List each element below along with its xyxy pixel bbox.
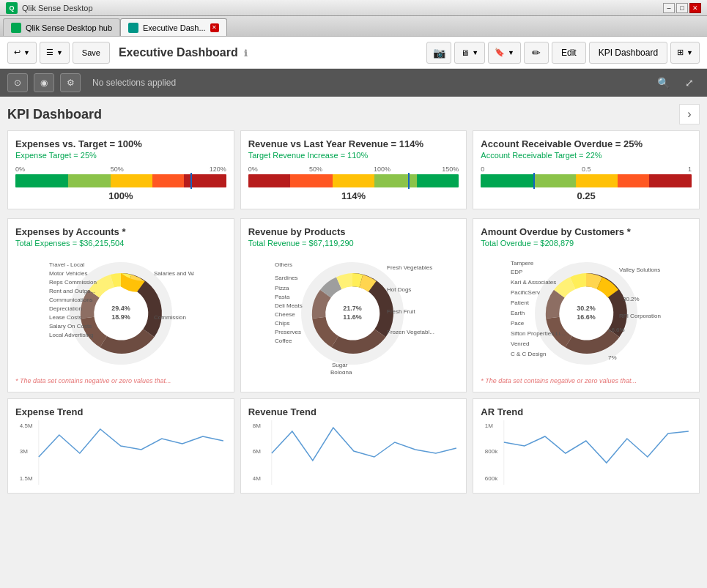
selection-text: No selections applied [86, 78, 647, 88]
kpi-revenue-subtitle: Target Revenue Increase = 110% [248, 151, 459, 160]
svg-text:Rent and Outgo...: Rent and Outgo... [49, 288, 95, 294]
svg-text:Pizza: Pizza [275, 285, 289, 291]
svg-text:Preserves: Preserves [275, 329, 301, 335]
kpi-label: KPI Dashboard [589, 42, 667, 64]
main-content: KPI Dashboard › Expenses vs. Target = 10… [0, 97, 707, 588]
bookmark-icon: 🔖 [495, 48, 505, 57]
svg-text:PacificServ: PacificServ [511, 289, 540, 296]
svg-text:Reps Commission: Reps Commission [49, 279, 97, 286]
list-icon: ☰ [46, 48, 53, 57]
monitor-button[interactable]: 🖥 ▼ [454, 42, 485, 64]
pen-button[interactable]: ✏ [524, 42, 549, 64]
tab-bar: Qlik Sense Desktop hub Executive Dash...… [0, 16, 707, 37]
sel-back-button[interactable]: ⊙ [7, 73, 28, 92]
search-button[interactable]: 🔍 [653, 73, 673, 92]
ar-trend-svg: 1M 800k 600k [481, 420, 692, 486]
svg-text:11.6%: 11.6% [343, 313, 362, 321]
maximize-button[interactable]: □ [676, 3, 688, 13]
back-icon: ↩ [14, 48, 21, 57]
svg-text:Sugar: Sugar [332, 362, 348, 368]
kpi-revenue-bar [248, 174, 459, 187]
chart-revenue-donut: 21.7% 11.6% Fresh Vegetables Hot Dogs Fr… [248, 253, 459, 374]
trend-revenue-title: Revenue Trend [248, 406, 459, 417]
svg-text:Commission: Commission [154, 314, 186, 321]
svg-text:7%: 7% [608, 354, 617, 361]
kpi-card-expenses: Expenses vs. Target = 100% Expense Targe… [7, 130, 234, 209]
list-button[interactable]: ☰ ▼ [40, 42, 70, 64]
tab-exec[interactable]: Executive Dash... ✕ [120, 18, 227, 36]
trend-expense-title: Expense Trend [15, 406, 226, 417]
svg-text:Travel - Local: Travel - Local [49, 261, 84, 268]
svg-text:Salary On Costs: Salary On Costs [49, 323, 92, 330]
chart-ar-title: Amount Overdue by Customers * [481, 226, 692, 237]
svg-text:Pasta: Pasta [275, 294, 290, 300]
chart-ar-note: * The data set contains negative or zero… [481, 377, 692, 384]
svg-text:21.7%: 21.7% [343, 305, 362, 312]
kpi-ar-bar [481, 174, 692, 187]
info-icon[interactable]: ℹ [244, 48, 248, 59]
svg-text:3M: 3M [20, 448, 28, 455]
kpi-ar-value: 0.25 [481, 190, 692, 201]
kpi-revenue-value: 114% [248, 190, 459, 201]
svg-text:Fresh Fruit: Fresh Fruit [387, 308, 415, 315]
expense-trend-svg: 4.5M 3M 1.5M [15, 420, 226, 486]
kpi-section-title: KPI Dashboard [7, 107, 102, 122]
svg-text:Patient: Patient [511, 299, 530, 306]
minimize-button[interactable]: – [663, 3, 675, 13]
svg-text:Local Advertising: Local Advertising [49, 332, 93, 338]
chart-revenue-subtitle: Total Revenue = $67,119,290 [248, 239, 459, 248]
svg-text:EDP: EDP [511, 269, 522, 275]
svg-text:Chips: Chips [275, 320, 289, 327]
camera-button[interactable]: 📷 [426, 42, 451, 64]
svg-text:Bologna: Bologna [330, 369, 352, 374]
bookmark-button[interactable]: 🔖 ▼ [488, 42, 521, 64]
kpi-expenses-scale: 0%50%120% [15, 165, 226, 173]
svg-text:Depreciation: Depreciation [49, 305, 82, 312]
edit-button[interactable]: Edit [552, 42, 586, 64]
tab-hub[interactable]: Qlik Sense Desktop hub [3, 18, 120, 36]
close-button[interactable]: ✕ [689, 3, 701, 13]
back-button[interactable]: ↩ ▼ [7, 42, 37, 64]
ar-donut-svg: 30.2% 16.6% Valley Solutions RFI Corpora… [509, 253, 663, 374]
svg-text:Pace: Pace [511, 320, 525, 327]
expenses-donut-svg: 29.4% 18.9% Salaries and Wages Commissio… [48, 253, 194, 374]
svg-text:800k: 800k [485, 448, 498, 455]
kpi-cards-row: Expenses vs. Target = 100% Expense Targe… [7, 130, 700, 209]
kpi-nav-button[interactable]: › [679, 104, 700, 124]
tab-hub-label: Qlik Sense Desktop hub [26, 23, 112, 32]
svg-text:Sifton Properties Li...: Sifton Properties Li... [511, 330, 565, 337]
chart-expenses-title: Expenses by Accounts * [15, 226, 226, 237]
title-bar-controls: – □ ✕ [663, 3, 701, 13]
kpi-ar-title: Account Receivable Overdue = 25% [481, 138, 692, 149]
svg-text:6M: 6M [253, 448, 261, 455]
expand-button[interactable]: ⤢ [679, 73, 700, 92]
svg-text:29.4%: 29.4% [111, 305, 130, 312]
list-dropdown: ▼ [56, 49, 63, 56]
chart-ar-donut: 30.2% 16.6% Valley Solutions RFI Corpora… [481, 253, 692, 374]
svg-text:Frozen Vegetabl...: Frozen Vegetabl... [387, 329, 434, 335]
chart-expenses-donut: 29.4% 18.9% Salaries and Wages Commissio… [15, 253, 226, 374]
svg-text:Motor Vehicles: Motor Vehicles [49, 270, 87, 277]
svg-text:8M: 8M [253, 423, 261, 429]
chart-ar: Amount Overdue by Customers * Total Over… [473, 218, 700, 392]
sel-lock-button[interactable]: ⚙ [60, 73, 81, 92]
kpi-expenses-value: 100% [15, 190, 226, 201]
grid-button[interactable]: ⊞ ▼ [670, 42, 700, 64]
toolbar: ↩ ▼ ☰ ▼ Save Executive Dashboard ℹ 📷 🖥 ▼… [0, 37, 707, 69]
title-bar-text: Qlik Sense Desktop [22, 4, 663, 12]
save-button[interactable]: Save [73, 42, 110, 64]
sel-forward-button[interactable]: ◉ [34, 73, 54, 92]
svg-text:Fresh Vegetables: Fresh Vegetables [387, 264, 432, 271]
svg-text:Others: Others [275, 261, 292, 268]
svg-text:4M: 4M [253, 475, 261, 482]
svg-text:Earth: Earth [511, 310, 525, 316]
charts-row: Expenses by Accounts * Total Expenses = … [7, 218, 700, 392]
svg-text:1.5M: 1.5M [20, 475, 33, 482]
tab-close-button[interactable]: ✕ [210, 23, 219, 32]
kpi-revenue-scale: 0%50%100%150% [248, 165, 459, 173]
chart-expenses: Expenses by Accounts * Total Expenses = … [7, 218, 234, 392]
chart-revenue: Revenue by Products Total Revenue = $67,… [240, 218, 467, 392]
title-bar: Q Qlik Sense Desktop – □ ✕ [0, 0, 707, 16]
trend-ar-title: AR Trend [481, 406, 692, 417]
svg-text:Coffee: Coffee [275, 338, 292, 344]
